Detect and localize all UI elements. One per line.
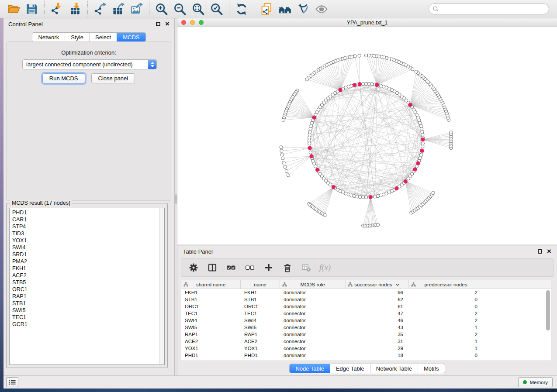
add-column-icon[interactable] (263, 263, 274, 272)
tab-style[interactable]: Style (65, 33, 89, 41)
splitter-grip-icon[interactable] (175, 194, 177, 204)
table-row[interactable]: SWI5SWI5connector431 (181, 324, 551, 331)
save-session-icon[interactable] (25, 3, 38, 16)
close-table-panel-icon[interactable]: × (547, 249, 551, 254)
mcds-result-item[interactable]: FKH1 (12, 265, 159, 272)
mcds-result-item[interactable]: STP4 (12, 223, 159, 230)
mcds-result-item[interactable]: SRD1 (12, 251, 159, 258)
table-row[interactable]: RAP1RAP1dominator352 (181, 331, 551, 338)
network-view-canvas[interactable] (177, 27, 557, 244)
table-settings-icon[interactable] (188, 263, 199, 272)
float-table-panel-icon[interactable] (538, 249, 542, 254)
sort-chevron-icon (395, 283, 400, 286)
mcds-result-item[interactable]: YOX1 (12, 237, 159, 244)
bird-eye-view-icon[interactable] (315, 3, 328, 16)
cell-MCDS-role: connector (280, 339, 346, 344)
table-row[interactable]: ACE2ACE2connector311 (181, 338, 551, 345)
column-label: name (254, 282, 266, 287)
open-file-icon[interactable] (7, 3, 20, 16)
column-header-predecessor-nodes[interactable]: predecessor nodes (409, 280, 483, 289)
zoom-in-icon[interactable] (155, 3, 168, 16)
mcds-result-list[interactable]: PHD1CAR1STP4TID3YOX1SWI4SRD1PMA2FKH1ACE2… (9, 208, 159, 365)
combo-stepper-icon (148, 60, 156, 69)
mcds-result-item[interactable]: GCR1 (12, 321, 159, 328)
memory-button[interactable]: Memory (518, 377, 553, 387)
mcds-result-item[interactable]: TEC1 (12, 314, 159, 321)
tab-node-table[interactable]: Node Table (290, 364, 330, 373)
show-hide-graphics-icon[interactable] (297, 3, 310, 16)
table-row[interactable]: ORC1ORC1dominator610 (181, 303, 551, 310)
cell-shared-name: SWI5 (181, 325, 241, 330)
cell-MCDS-role: dominator (280, 290, 346, 295)
refresh-icon[interactable] (235, 3, 248, 16)
mcds-result-item[interactable]: STB1 (12, 300, 159, 307)
mcds-result-item[interactable]: PMA2 (12, 258, 159, 265)
export-network-icon[interactable] (93, 3, 107, 16)
zoom-fit-icon[interactable] (192, 3, 205, 16)
import-table-icon[interactable] (69, 3, 82, 16)
run-mcds-button[interactable]: Run MCDS (42, 73, 85, 83)
export-image-icon[interactable] (130, 3, 143, 16)
table-scrollbar[interactable] (545, 289, 550, 360)
mcds-result-item[interactable]: RAP1 (12, 293, 159, 300)
mcds-result-item[interactable]: SWI4 (12, 244, 159, 251)
cell-predecessor-nodes: 0 (409, 353, 483, 358)
network-window-titlebar[interactable]: YPA_prune.txt_1 (177, 18, 557, 27)
search-icon (432, 6, 439, 12)
zoom-selected-icon[interactable] (210, 3, 223, 16)
close-panel-icon[interactable]: × (165, 22, 170, 26)
tab-mcds[interactable]: MCDS (117, 33, 145, 41)
mcds-result-item[interactable]: PHD1 (12, 209, 159, 216)
network-window-title: YPA_prune.txt_1 (177, 20, 557, 26)
tab-network-table[interactable]: Network Table (370, 364, 418, 373)
mcds-result-item[interactable]: CAR1 (12, 216, 159, 223)
export-table-icon[interactable] (112, 3, 125, 16)
mcds-result-item[interactable]: TID3 (12, 230, 159, 237)
tab-motifs[interactable]: Motifs (418, 364, 445, 373)
column-header-successor-nodes[interactable]: successor nodes (346, 280, 409, 289)
hide-columns-icon[interactable] (245, 263, 255, 272)
show-panels-icon[interactable] (278, 3, 291, 16)
show-columns-icon[interactable] (226, 263, 236, 272)
mcds-result-item[interactable]: STB5 (12, 279, 159, 286)
table-row[interactable]: YOX1YOX1connector291 (181, 345, 551, 352)
tab-network[interactable]: Network (32, 33, 65, 41)
mcds-result-item[interactable]: ACE2 (12, 272, 159, 279)
column-header-MCDS-role[interactable]: MCDS role (280, 280, 346, 289)
cell-shared-name: SWI4 (181, 318, 241, 323)
tab-edge-table[interactable]: Edge Table (330, 364, 370, 373)
mcds-list-scrollbar[interactable] (159, 208, 165, 365)
mcds-result-item[interactable]: SWI5 (12, 307, 159, 314)
desktop-wallpaper-bottom (0, 389, 557, 392)
table-row[interactable]: SWI4SWI4dominator462 (181, 317, 551, 324)
close-panel-button[interactable]: Close panel (91, 73, 135, 83)
table-row[interactable]: PHD1PHD1dominator180 (181, 352, 551, 359)
search-input[interactable] (441, 6, 545, 13)
column-header-shared-name[interactable]: shared name (181, 280, 241, 289)
cell-predecessor-nodes: 2 (409, 318, 483, 323)
split-panel-icon[interactable] (207, 263, 218, 272)
table-row[interactable]: STB1STB1dominator620 (181, 296, 551, 303)
copy-network-icon[interactable] (260, 3, 273, 16)
status-bar: Memory (3, 375, 557, 389)
task-history-button[interactable] (6, 377, 18, 387)
network-graph[interactable] (177, 27, 557, 244)
optimization-criterion-select[interactable]: largest connected component (undirected) (22, 59, 157, 69)
float-panel-icon[interactable] (156, 22, 160, 26)
mcds-result-item[interactable]: ORC1 (12, 286, 159, 293)
table-row[interactable]: FKH1FKH1dominator962 (181, 289, 551, 296)
node-table: shared namenameMCDS rolesuccessor nodesp… (181, 280, 551, 361)
zoom-out-icon[interactable] (173, 3, 187, 16)
table-scrollbar-thumb[interactable] (546, 290, 550, 330)
control-panel-tabs: NetworkStyleSelectMCDS (32, 32, 145, 42)
tab-select[interactable]: Select (89, 33, 117, 41)
search-box[interactable] (429, 3, 549, 14)
cell-shared-name: STB1 (181, 297, 241, 302)
delete-column-icon[interactable] (282, 263, 293, 272)
toolbar-icon-group (4, 0, 331, 18)
import-network-icon[interactable] (50, 3, 63, 16)
mcds-result-group: MCDS result (17 nodes) PHD1CAR1STP4TID3Y… (6, 203, 168, 368)
table-row[interactable]: TEC1TEC1connector472 (181, 310, 551, 317)
column-header-name[interactable]: name (241, 280, 280, 289)
memory-label: Memory (529, 380, 548, 385)
